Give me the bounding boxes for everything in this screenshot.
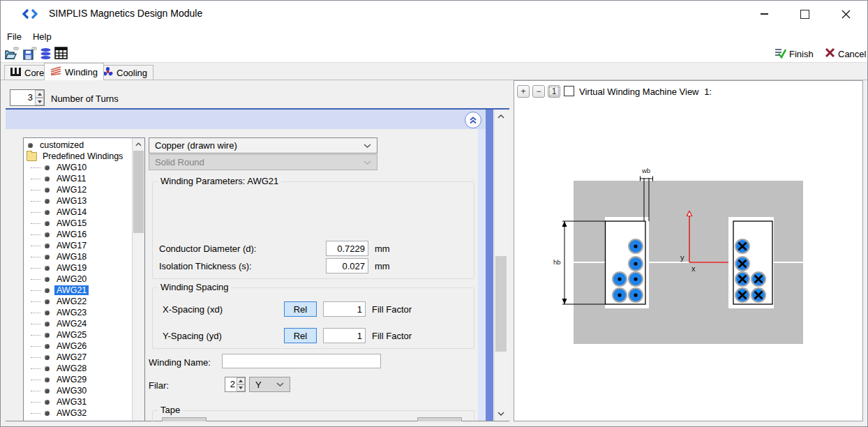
tree-item-awg32[interactable]: AWG32 [24,407,144,419]
menu-file[interactable]: File [1,29,27,44]
node-dot-icon [45,333,50,338]
tree-item-awg20[interactable]: AWG20 [24,274,144,285]
tree-item-awg15[interactable]: AWG15 [24,218,144,229]
winding-tree[interactable]: customizedPredefined WindingsAWG10AWG11A… [23,137,145,421]
x-spacing-input[interactable]: 1 [323,301,366,317]
tree-item-awg26[interactable]: AWG26 [24,340,144,352]
menu-bar: File Help [1,28,867,45]
filar-direction-dropdown[interactable]: Y [249,377,290,392]
tree-item-awg25[interactable]: AWG25 [24,329,144,340]
filar-direction-value: Y [255,380,262,390]
tree-item-awg19[interactable]: AWG19 [24,262,144,274]
save-icon[interactable] [23,47,38,63]
tree-branch-line [31,335,40,336]
tree-item-awg14[interactable]: AWG14 [24,207,144,218]
menu-help[interactable]: Help [27,29,57,44]
view-title: Virtual Winding Machine View [579,87,699,97]
tree-item-customized[interactable]: customized [24,140,144,151]
spin-down-icon[interactable] [35,98,44,105]
tree-item-awg18[interactable]: AWG18 [24,251,144,262]
filar-spin-buttons[interactable] [237,377,245,391]
tree-item-awg33[interactable]: AWG33 [24,419,144,421]
y-spacing-suffix: Fill Factor [372,331,412,341]
tree-branch-line [31,368,40,369]
tree-branch-line [31,324,40,324]
view-1-button[interactable]: 1 [548,85,560,98]
table-icon[interactable] [54,47,68,62]
node-dot-icon [28,143,33,148]
view-checkbox[interactable] [564,86,574,96]
collapse-panel-button[interactable] [465,112,481,128]
tree-item-label: AWG26 [54,341,89,351]
conductor-diameter-label: Conductor Diameter (d): [159,244,256,254]
zoom-out-button[interactable]: − [532,85,545,98]
tree-item-awg16[interactable]: AWG16 [24,229,144,240]
tree-branch-line [31,190,40,190]
tree-items: customizedPredefined WindingsAWG10AWG11A… [24,138,144,421]
tree-branch-line [31,413,40,414]
spin-up-icon[interactable] [237,377,245,384]
tree-scrollbar[interactable] [132,138,144,421]
tree-item-awg31[interactable]: AWG31 [24,396,144,407]
spin-up-icon[interactable] [35,90,44,98]
tree-item-awg27[interactable]: AWG27 [24,352,144,363]
number-of-turns-spin-buttons[interactable] [35,90,44,105]
tree-item-awg28[interactable]: AWG28 [24,363,144,374]
y-spacing-input[interactable]: 1 [323,328,366,343]
tree-item-awg17[interactable]: AWG17 [24,240,144,251]
tree-item-label: AWG14 [54,207,89,217]
tree-item-awg10[interactable]: AWG10 [24,162,144,173]
x-spacing-rel-button[interactable]: Rel [284,301,317,317]
tree-item-awg12[interactable]: AWG12 [24,184,144,195]
finish-button[interactable]: Finish [772,46,816,62]
tab-cooling[interactable]: Cooling [96,65,154,80]
tree-scrollbar-thumb[interactable] [133,151,144,233]
tree-item-awg23[interactable]: AWG23 [24,307,144,318]
node-dot-icon [45,310,50,315]
scrollbar-down-icon[interactable] [495,408,507,419]
isolation-thickness-input[interactable]: 0.027 [326,258,368,274]
scrollbar-thumb[interactable] [495,256,507,352]
spin-down-icon[interactable] [237,384,245,391]
tree-item-awg24[interactable]: AWG24 [24,318,144,329]
folder-icon [27,152,37,161]
tree-item-label: Predefined Windings [40,151,125,161]
tree-item-predefined-windings[interactable]: Predefined Windings [24,151,144,162]
cancel-icon [825,47,835,60]
filar-spinbox[interactable]: 2 [225,377,246,392]
tree-item-awg13[interactable]: AWG13 [24,195,144,207]
minimize-button[interactable] [751,5,777,23]
material-dropdown[interactable]: Copper (drawn wire) [149,137,377,153]
tree-branch-line [31,391,40,391]
tree-item-awg30[interactable]: AWG30 [24,385,144,396]
chevron-down-icon [364,144,371,148]
tree-item-awg29[interactable]: AWG29 [24,374,144,385]
database-icon[interactable] [40,47,52,62]
tab-winding[interactable]: Winding [44,63,104,80]
open-icon[interactable] [5,47,20,63]
tree-item-awg21[interactable]: AWG21 [24,285,144,296]
tree-branch-line [31,246,40,246]
hb-arrow-down [562,299,567,304]
node-dot-icon [45,177,50,181]
tree-item-label: AWG28 [54,364,89,373]
tape-title: Tape [158,405,183,415]
x-axis-label: x [691,264,696,273]
cancel-button[interactable]: Cancel [822,46,868,61]
y-spacing-rel-button[interactable]: Rel [284,328,317,343]
number-of-turns-spinbox[interactable]: 3 [10,89,45,106]
close-button[interactable] [833,5,858,23]
tree-branch-line [31,201,40,202]
winding-name-input[interactable] [222,354,381,368]
tree-item-label: AWG19 [54,263,89,273]
tree-item-awg22[interactable]: AWG22 [24,296,144,307]
tree-item-awg11[interactable]: AWG11 [24,173,144,184]
tree-scrollbar-up-icon[interactable] [133,139,144,149]
winding-spacing-title: Winding Spacing [158,282,232,292]
maximize-button[interactable] [792,5,817,23]
conductor-diameter-input[interactable]: 0.7229 [326,241,368,256]
tree-branch-line [31,380,40,380]
zoom-in-button[interactable]: + [517,85,530,98]
panel-scroll-indicator[interactable] [486,110,493,421]
scrollbar-up-icon[interactable] [495,111,507,122]
